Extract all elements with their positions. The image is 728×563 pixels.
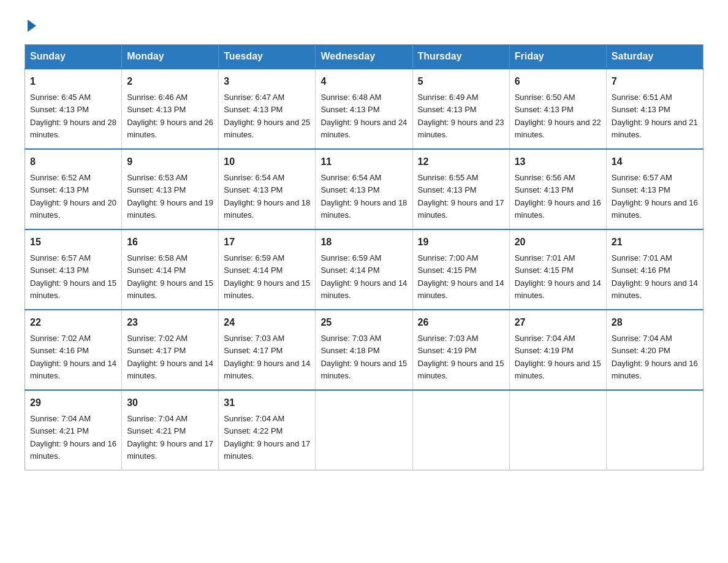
day-info: Sunrise: 6:54 AMSunset: 4:13 PMDaylight:…	[224, 173, 310, 220]
day-number: 8	[30, 155, 116, 169]
calendar-week-5: 29Sunrise: 7:04 AMSunset: 4:21 PMDayligh…	[25, 390, 703, 470]
calendar-day-26: 26Sunrise: 7:03 AMSunset: 4:19 PMDayligh…	[412, 310, 509, 390]
day-number: 29	[30, 396, 116, 410]
day-info: Sunrise: 7:03 AMSunset: 4:17 PMDaylight:…	[224, 334, 310, 380]
weekday-header-tuesday: Tuesday	[219, 45, 316, 69]
day-number: 10	[224, 155, 310, 169]
day-number: 31	[224, 396, 310, 410]
day-number: 25	[320, 315, 407, 330]
calendar-day-empty	[509, 390, 606, 470]
calendar-header-row: SundayMondayTuesdayWednesdayThursdayFrid…	[25, 45, 703, 69]
day-info: Sunrise: 6:47 AMSunset: 4:13 PMDaylight:…	[224, 93, 310, 139]
day-number: 20	[515, 235, 601, 250]
day-info: Sunrise: 6:46 AMSunset: 4:13 PMDaylight:…	[127, 93, 213, 139]
calendar-week-4: 22Sunrise: 7:02 AMSunset: 4:16 PMDayligh…	[25, 310, 703, 390]
day-number: 2	[127, 74, 213, 89]
calendar-week-1: 1Sunrise: 6:45 AMSunset: 4:13 PMDaylight…	[25, 69, 703, 149]
calendar-day-13: 13Sunrise: 6:56 AMSunset: 4:13 PMDayligh…	[509, 149, 606, 229]
day-info: Sunrise: 7:00 AMSunset: 4:15 PMDaylight:…	[418, 253, 504, 300]
page-header	[25, 18, 703, 32]
calendar-day-empty	[606, 390, 703, 470]
weekday-header-friday: Friday	[509, 45, 606, 69]
day-info: Sunrise: 6:48 AMSunset: 4:13 PMDaylight:…	[320, 93, 407, 139]
calendar-day-19: 19Sunrise: 7:00 AMSunset: 4:15 PMDayligh…	[412, 229, 509, 310]
calendar-day-11: 11Sunrise: 6:54 AMSunset: 4:13 PMDayligh…	[316, 149, 412, 229]
day-info: Sunrise: 7:01 AMSunset: 4:15 PMDaylight:…	[515, 253, 601, 300]
day-info: Sunrise: 6:45 AMSunset: 4:13 PMDaylight:…	[30, 93, 116, 139]
day-number: 12	[418, 155, 504, 169]
day-number: 19	[418, 235, 504, 250]
day-number: 18	[320, 235, 407, 250]
calendar-day-16: 16Sunrise: 6:58 AMSunset: 4:14 PMDayligh…	[122, 229, 219, 310]
day-info: Sunrise: 6:58 AMSunset: 4:14 PMDaylight:…	[127, 253, 213, 300]
calendar-day-31: 31Sunrise: 7:04 AMSunset: 4:22 PMDayligh…	[219, 390, 316, 470]
day-info: Sunrise: 6:50 AMSunset: 4:13 PMDaylight:…	[515, 93, 601, 139]
day-number: 30	[127, 396, 213, 410]
day-info: Sunrise: 6:59 AMSunset: 4:14 PMDaylight:…	[224, 253, 310, 300]
day-info: Sunrise: 6:57 AMSunset: 4:13 PMDaylight:…	[30, 253, 116, 300]
day-info: Sunrise: 6:51 AMSunset: 4:13 PMDaylight:…	[612, 93, 698, 139]
calendar-day-2: 2Sunrise: 6:46 AMSunset: 4:13 PMDaylight…	[122, 69, 219, 149]
day-info: Sunrise: 6:54 AMSunset: 4:13 PMDaylight:…	[320, 173, 407, 220]
calendar-day-6: 6Sunrise: 6:50 AMSunset: 4:13 PMDaylight…	[509, 69, 606, 149]
calendar-day-17: 17Sunrise: 6:59 AMSunset: 4:14 PMDayligh…	[219, 229, 316, 310]
day-info: Sunrise: 6:55 AMSunset: 4:13 PMDaylight:…	[418, 173, 504, 220]
calendar-day-15: 15Sunrise: 6:57 AMSunset: 4:13 PMDayligh…	[25, 229, 122, 310]
calendar-day-empty	[316, 390, 412, 470]
calendar-day-12: 12Sunrise: 6:55 AMSunset: 4:13 PMDayligh…	[412, 149, 509, 229]
calendar-day-21: 21Sunrise: 7:01 AMSunset: 4:16 PMDayligh…	[606, 229, 703, 310]
day-number: 28	[612, 315, 698, 330]
calendar-day-24: 24Sunrise: 7:03 AMSunset: 4:17 PMDayligh…	[219, 310, 316, 390]
day-info: Sunrise: 6:52 AMSunset: 4:13 PMDaylight:…	[30, 173, 116, 220]
day-number: 27	[515, 315, 601, 330]
weekday-header-saturday: Saturday	[606, 45, 703, 69]
day-info: Sunrise: 7:03 AMSunset: 4:18 PMDaylight:…	[320, 334, 407, 380]
day-number: 22	[30, 315, 116, 330]
day-info: Sunrise: 7:01 AMSunset: 4:16 PMDaylight:…	[612, 253, 698, 300]
day-info: Sunrise: 7:03 AMSunset: 4:19 PMDaylight:…	[418, 334, 504, 380]
weekday-header-thursday: Thursday	[412, 45, 509, 69]
weekday-header-monday: Monday	[122, 45, 219, 69]
day-number: 15	[30, 235, 116, 250]
day-info: Sunrise: 6:59 AMSunset: 4:14 PMDaylight:…	[320, 253, 407, 300]
day-number: 26	[418, 315, 504, 330]
day-number: 21	[612, 235, 698, 250]
day-info: Sunrise: 7:04 AMSunset: 4:20 PMDaylight:…	[612, 334, 698, 380]
calendar-day-14: 14Sunrise: 6:57 AMSunset: 4:13 PMDayligh…	[606, 149, 703, 229]
logo-general-text	[25, 18, 36, 32]
day-number: 16	[127, 235, 213, 250]
calendar-day-22: 22Sunrise: 7:02 AMSunset: 4:16 PMDayligh…	[25, 310, 122, 390]
calendar-day-7: 7Sunrise: 6:51 AMSunset: 4:13 PMDaylight…	[606, 69, 703, 149]
day-info: Sunrise: 6:49 AMSunset: 4:13 PMDaylight:…	[418, 93, 504, 139]
logo	[25, 18, 36, 32]
day-number: 24	[224, 315, 310, 330]
calendar-week-3: 15Sunrise: 6:57 AMSunset: 4:13 PMDayligh…	[25, 229, 703, 310]
weekday-header-sunday: Sunday	[25, 45, 122, 69]
day-number: 6	[515, 74, 601, 89]
day-info: Sunrise: 7:02 AMSunset: 4:16 PMDaylight:…	[30, 334, 116, 380]
weekday-header-wednesday: Wednesday	[316, 45, 412, 69]
day-info: Sunrise: 6:57 AMSunset: 4:13 PMDaylight:…	[612, 173, 698, 220]
calendar-day-3: 3Sunrise: 6:47 AMSunset: 4:13 PMDaylight…	[219, 69, 316, 149]
day-number: 9	[127, 155, 213, 169]
day-number: 17	[224, 235, 310, 250]
day-number: 1	[30, 74, 116, 89]
day-info: Sunrise: 7:04 AMSunset: 4:21 PMDaylight:…	[30, 414, 116, 461]
calendar-day-8: 8Sunrise: 6:52 AMSunset: 4:13 PMDaylight…	[25, 149, 122, 229]
calendar-table: SundayMondayTuesdayWednesdayThursdayFrid…	[25, 44, 703, 470]
day-info: Sunrise: 7:04 AMSunset: 4:22 PMDaylight:…	[224, 414, 310, 461]
day-number: 13	[515, 155, 601, 169]
calendar-day-empty	[412, 390, 509, 470]
calendar-day-5: 5Sunrise: 6:49 AMSunset: 4:13 PMDaylight…	[412, 69, 509, 149]
calendar-day-28: 28Sunrise: 7:04 AMSunset: 4:20 PMDayligh…	[606, 310, 703, 390]
day-number: 4	[320, 74, 407, 89]
day-number: 14	[612, 155, 698, 169]
calendar-day-18: 18Sunrise: 6:59 AMSunset: 4:14 PMDayligh…	[316, 229, 412, 310]
calendar-day-9: 9Sunrise: 6:53 AMSunset: 4:13 PMDaylight…	[122, 149, 219, 229]
day-info: Sunrise: 7:02 AMSunset: 4:17 PMDaylight:…	[127, 334, 213, 380]
calendar-day-29: 29Sunrise: 7:04 AMSunset: 4:21 PMDayligh…	[25, 390, 122, 470]
calendar-day-10: 10Sunrise: 6:54 AMSunset: 4:13 PMDayligh…	[219, 149, 316, 229]
day-number: 5	[418, 74, 504, 89]
day-number: 23	[127, 315, 213, 330]
day-number: 3	[224, 74, 310, 89]
